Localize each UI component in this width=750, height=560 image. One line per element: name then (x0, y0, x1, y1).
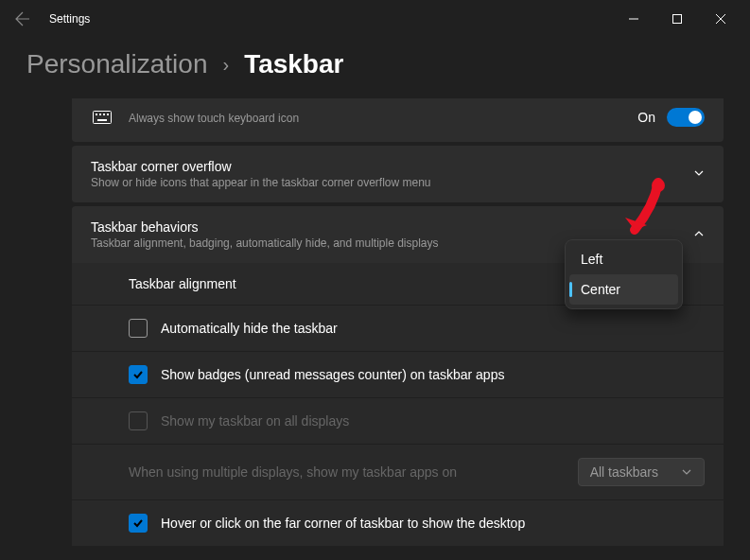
setting-corner-overflow[interactable]: Taskbar corner overflow Show or hide ico… (72, 146, 724, 202)
popup-option-center[interactable]: Center (569, 274, 678, 305)
sub-auto-hide[interactable]: Automatically hide the taskbar (72, 306, 724, 352)
breadcrumb-current: Taskbar (244, 49, 343, 79)
checkbox-checked[interactable] (129, 514, 148, 533)
chevron-down-icon (681, 466, 692, 478)
svg-rect-9 (97, 119, 107, 121)
sub-label: Show badges (unread messages counter) on… (161, 367, 705, 382)
svg-rect-5 (96, 114, 97, 115)
minimize-button[interactable] (612, 4, 655, 34)
svg-rect-1 (673, 15, 682, 24)
sub-far-corner[interactable]: Hover or click on the far corner of task… (72, 500, 724, 546)
setting-title: Taskbar behaviors (91, 219, 693, 235)
svg-rect-7 (103, 114, 105, 115)
dropdown-value: All taskbars (590, 464, 658, 480)
checkbox-checked[interactable] (129, 365, 148, 384)
window-title: Settings (49, 12, 90, 26)
breadcrumb: Personalization › Taskbar (0, 38, 750, 98)
svg-rect-6 (99, 114, 101, 115)
popup-option-left[interactable]: Left (569, 244, 678, 274)
sub-show-badges[interactable]: Show badges (unread messages counter) on… (72, 352, 724, 398)
back-button[interactable] (8, 4, 38, 34)
setting-touch-keyboard[interactable]: Always show touch keyboard icon On (72, 98, 724, 142)
chevron-right-icon: › (222, 54, 229, 76)
setting-title: Taskbar corner overflow (91, 159, 693, 174)
keyboard-icon (91, 106, 113, 129)
chevron-down-icon (693, 166, 705, 182)
sub-multi-displays: When using multiple displays, show my ta… (72, 445, 724, 500)
sub-label: When using multiple displays, show my ta… (129, 464, 578, 480)
toggle-state-label: On (637, 110, 655, 125)
breadcrumb-parent[interactable]: Personalization (26, 49, 207, 79)
setting-desc: Always show touch keyboard icon (129, 112, 637, 125)
sub-label: Automatically hide the taskbar (161, 321, 705, 336)
sub-label: Show my taskbar on all displays (161, 413, 705, 429)
setting-desc: Show or hide icons that appear in the ta… (91, 176, 693, 189)
dropdown-all-taskbars: All taskbars (578, 458, 705, 486)
toggle-switch[interactable] (667, 108, 705, 127)
sub-label: Hover or click on the far corner of task… (161, 516, 705, 531)
titlebar: Settings (0, 0, 750, 38)
sub-all-displays: Show my taskbar on all displays (72, 398, 724, 445)
chevron-up-icon (693, 227, 705, 242)
svg-rect-8 (107, 114, 109, 115)
close-button[interactable] (699, 4, 742, 34)
maximize-button[interactable] (655, 4, 699, 34)
svg-rect-4 (94, 112, 112, 124)
alignment-dropdown-popup: Left Center (565, 239, 683, 309)
checkbox[interactable] (129, 319, 148, 338)
checkbox-disabled (129, 411, 148, 430)
